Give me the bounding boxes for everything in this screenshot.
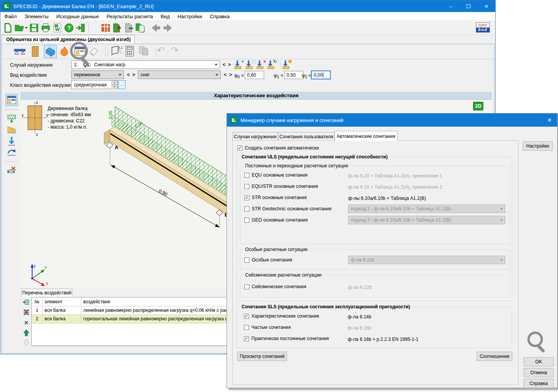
- equ-checkbox[interactable]: EQU основные сочетания: [244, 172, 307, 178]
- str-geotechnic-dropdown[interactable]: подход 2 - ф-ла 6.10a/6.10b + Таблица A1…: [348, 205, 505, 213]
- sidebar-trapezoid-load-icon[interactable]: [7, 125, 17, 134]
- add-element-icon[interactable]: [112, 22, 123, 34]
- sidebar-point-load-icon[interactable]: [7, 136, 16, 146]
- menu-elements[interactable]: Элементы: [21, 12, 52, 21]
- help-icon[interactable]: ?: [63, 22, 75, 34]
- seismic-checkbox[interactable]: Сейсмические сочетания: [244, 284, 306, 289]
- help-button[interactable]: Справка: [524, 379, 554, 388]
- tab-load-list[interactable]: Перечень воздействий: [21, 289, 72, 297]
- checkbox-icon[interactable]: ✓: [244, 336, 249, 341]
- undo-icon[interactable]: ↶: [157, 45, 165, 56]
- sidebar-moment-load-icon[interactable]: [7, 147, 17, 157]
- sidebar-delete-load-icon[interactable]: [7, 166, 17, 175]
- load-case-refresh-icon[interactable]: ↻: [266, 60, 277, 70]
- tab-load-cases[interactable]: Случаи нагружения: [232, 132, 278, 141]
- maximize-icon[interactable]: [460, 0, 477, 12]
- open-file-dropdown-icon[interactable]: [25, 27, 28, 29]
- sidebar-distributed-load-icon[interactable]: [7, 114, 17, 124]
- chevron-down-icon[interactable]: [215, 64, 218, 66]
- checkbox-icon[interactable]: ✓: [244, 314, 249, 319]
- remove-element-icon[interactable]: [123, 22, 135, 34]
- eraser-icon[interactable]: [89, 46, 100, 56]
- accidental-dropdown[interactable]: ф-ла 6.11b: [348, 256, 505, 264]
- checkbox-icon[interactable]: [244, 258, 249, 263]
- timber-section-icon[interactable]: [31, 46, 40, 57]
- chevron-down-icon[interactable]: [215, 74, 218, 76]
- quasi-permanent-checkbox[interactable]: ✓ Практически постоянные сочетания: [244, 336, 329, 341]
- export-word-icon[interactable]: W: [52, 22, 63, 34]
- add-load-row-icon[interactable]: [22, 299, 30, 306]
- checkbox-icon[interactable]: [244, 325, 249, 330]
- checkbox-icon[interactable]: [244, 206, 249, 211]
- action-subtype-prev-icon[interactable]: <: [223, 72, 228, 78]
- psi1-field[interactable]: 0,50: [284, 71, 304, 79]
- auto-create-checkbox[interactable]: ✓ Создать сочетания автоматически: [237, 145, 319, 151]
- load-duration-spinbox[interactable]: среднесрочная ▲ ▼: [71, 80, 118, 89]
- cancel-button[interactable]: Отмена: [524, 368, 554, 377]
- action-subtype-next-icon[interactable]: >: [228, 72, 233, 78]
- delete-all-loads-icon[interactable]: [22, 308, 30, 316]
- elements-table-icon[interactable]: [100, 22, 112, 34]
- exit-icon[interactable]: [75, 22, 86, 34]
- close-icon[interactable]: ✕: [542, 113, 557, 127]
- load-case-prev-icon[interactable]: <: [221, 62, 227, 68]
- checkbox-icon[interactable]: [244, 184, 249, 189]
- action-type-prev-icon[interactable]: <: [126, 72, 131, 78]
- action-type-next-icon[interactable]: >: [131, 72, 136, 78]
- load-case-generate-icon[interactable]: ✱: [282, 60, 292, 70]
- tab-user-combinations[interactable]: Сочетания пользователя: [278, 132, 335, 141]
- geo-dropdown[interactable]: подход 2 - ф-ла 6.10a/6.10b + Таблица A1…: [348, 216, 505, 224]
- previous-element-icon[interactable]: [150, 22, 162, 34]
- load-case-copy-icon[interactable]: □: [245, 60, 255, 70]
- sidebar-load-list-icon[interactable]: [5, 94, 18, 106]
- save-icon[interactable]: [28, 22, 40, 34]
- checkbox-icon[interactable]: [244, 218, 249, 223]
- minimize-icon[interactable]: –: [442, 0, 460, 12]
- redo-icon[interactable]: ↷: [171, 45, 179, 56]
- load-diagram-icon[interactable]: 4,1: [110, 45, 124, 57]
- print-icon[interactable]: [40, 22, 52, 34]
- chevron-down-icon[interactable]: [118, 74, 122, 76]
- action-type-combo[interactable]: переменное: [71, 70, 124, 79]
- menu-results[interactable]: Результаты расчета: [103, 12, 157, 21]
- psi2-field[interactable]: 0,00: [311, 71, 330, 79]
- checkbox-icon[interactable]: ✓: [237, 146, 242, 151]
- new-file-icon[interactable]: [2, 22, 14, 34]
- geo-checkbox[interactable]: GEO основные сочетания: [244, 217, 308, 223]
- load-case-next-icon[interactable]: >: [227, 62, 232, 68]
- str-checkbox[interactable]: ✓ STR основные сочетания: [244, 195, 307, 200]
- load-duration-more-button[interactable]: ...: [118, 80, 125, 89]
- copy-element-icon[interactable]: [135, 22, 146, 34]
- checkbox-icon[interactable]: [244, 284, 249, 289]
- move-row-down-icon[interactable]: [22, 339, 30, 347]
- load-case-add-icon[interactable]: +: [234, 60, 244, 70]
- settings-button[interactable]: Настройки: [523, 141, 553, 151]
- fire-design-icon[interactable]: [60, 46, 69, 57]
- action-subtype-combo[interactable]: снег: [138, 70, 221, 79]
- ratios-button[interactable]: Соотношения: [477, 352, 512, 361]
- equ-str-checkbox[interactable]: EQU/STR основные сочетания: [244, 184, 318, 189]
- frequent-checkbox[interactable]: Частые сочетания: [244, 325, 291, 330]
- tab-document[interactable]: Обрешетка из цельной древесины (двухосны…: [2, 35, 135, 44]
- checkbox-icon[interactable]: ✓: [244, 195, 249, 200]
- checkbox-icon[interactable]: [244, 173, 249, 178]
- menu-input-data[interactable]: Исходные данные: [52, 12, 103, 21]
- menu-help[interactable]: Справка: [206, 12, 234, 21]
- psi0-field[interactable]: 0,60: [245, 71, 264, 79]
- menu-settings[interactable]: Настройки: [173, 12, 206, 21]
- spin-up-icon[interactable]: ▲: [112, 81, 117, 85]
- menu-view[interactable]: Вид: [157, 12, 174, 21]
- spin-down-icon[interactable]: ▼: [112, 85, 117, 89]
- close-icon[interactable]: ✕: [477, 0, 495, 12]
- accidental-checkbox[interactable]: Особые сочетания: [244, 257, 292, 263]
- copy-results-icon[interactable]: [138, 46, 149, 56]
- view-2d-button[interactable]: 2D: [473, 102, 483, 110]
- load-case-delete-icon[interactable]: ×: [256, 60, 266, 70]
- supports-scheme-icon[interactable]: [14, 46, 26, 57]
- delete-load-row-icon[interactable]: ✕: [22, 319, 30, 327]
- move-row-up-icon[interactable]: [22, 329, 30, 337]
- characteristic-checkbox[interactable]: ✓ Характеристические сочетания: [244, 313, 319, 319]
- menu-file[interactable]: Файл: [0, 12, 21, 21]
- view-3d-icon[interactable]: [44, 45, 57, 58]
- preview-combinations-button[interactable]: Просмотр сочетаний: [237, 352, 287, 361]
